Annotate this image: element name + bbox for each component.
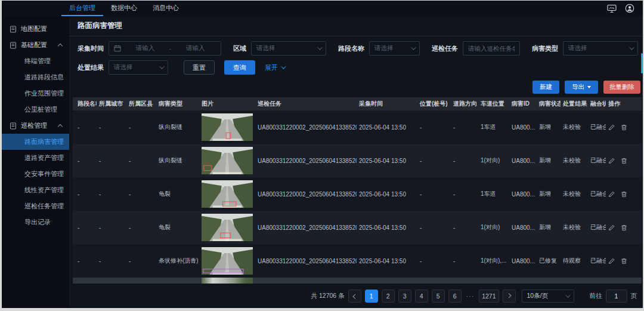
cell-county: - (126, 191, 156, 198)
cell-operations (606, 124, 637, 131)
cell-road-name: - (73, 124, 97, 131)
reset-button[interactable]: 重置 (184, 60, 215, 75)
date-range-input[interactable]: 请输入 - 请输入 (109, 41, 221, 56)
delete-icon[interactable] (621, 124, 627, 131)
create-button[interactable]: 新建 (532, 81, 559, 94)
defect-thumbnail[interactable] (199, 247, 255, 275)
sidebar-item[interactable]: 巡检任务管理 (2, 198, 69, 214)
sidebar-item[interactable]: 巡检管理 (2, 118, 69, 134)
page-button[interactable]: 3 (398, 290, 411, 303)
user-avatar-icon[interactable] (625, 4, 634, 13)
filter-label-road-name: 路段名称 (338, 44, 364, 53)
page-button[interactable]: 4 (415, 290, 428, 303)
total-count: 共 12706 条 (311, 292, 345, 300)
vertical-scrollbar-thumb[interactable] (641, 53, 643, 73)
page-button[interactable]: 6 (448, 290, 462, 303)
defect-thumbnail[interactable] (199, 113, 255, 141)
task-input[interactable] (463, 41, 520, 56)
cell-road-name: - (73, 258, 97, 264)
sidebar-item[interactable]: 终端管理 (2, 53, 69, 69)
sidebar-item[interactable]: 基础配置 (2, 37, 69, 53)
cell-road-name: - (73, 158, 97, 164)
road-name-select[interactable]: 请选择 (369, 41, 420, 56)
cell-task: UA800331220002_20250604133852059 (255, 124, 357, 131)
edit-icon[interactable] (608, 224, 615, 231)
edit-icon[interactable] (608, 158, 615, 164)
table-header: 路段名称 所属城市 所属区县 病害类型 图片 巡检任务 采集时间 位置(桩号) … (73, 97, 642, 110)
cell-result: 未校验 (561, 190, 588, 198)
cell-county: - (126, 224, 156, 231)
table-row[interactable]: - - - 龟裂 UA800331220002_2025060413385205… (73, 211, 642, 244)
cell-task: UA800331220002_20250604133852059 (255, 258, 357, 264)
edit-icon[interactable] (608, 191, 615, 198)
last-page-button[interactable]: 1271 (479, 290, 499, 303)
cell-task: UA800331220002_20250604133852059 (255, 158, 357, 164)
date-end-placeholder[interactable]: 请输入 (175, 44, 216, 53)
sidebar: 地图配置基础配置终端管理道路路段信息作业范围管理公里桩管理巡检管理路面病害管理道… (2, 16, 69, 308)
page-button[interactable]: 1 (365, 290, 378, 303)
cell-position: - (417, 124, 451, 131)
region-select[interactable]: 请选择 (251, 41, 326, 56)
col-defect-type: 病害类型 (156, 100, 199, 108)
page-ellipsis[interactable]: ··· (465, 292, 476, 300)
cell-status: 新增 (537, 156, 561, 165)
topbar-tabs: 后台管理 数据中心 消息中心 (61, 1, 187, 16)
cell-road-name: - (73, 191, 97, 198)
prev-page-button[interactable] (348, 290, 361, 303)
chevron-down-icon (281, 64, 286, 69)
page-size-select[interactable]: 10条/页 (522, 290, 574, 303)
result-select[interactable]: 请选择 (109, 60, 168, 75)
sidebar-item[interactable]: 公里桩管理 (2, 101, 69, 118)
page-list: 123456 (365, 290, 462, 303)
sidebar-item[interactable]: 路面病害管理 (2, 134, 69, 150)
cell-lane: 1车道 (478, 190, 509, 198)
edit-icon[interactable] (608, 124, 615, 131)
cell-fusion: 已融合 (588, 156, 606, 165)
delete-icon[interactable] (621, 158, 627, 164)
tab-data-center[interactable]: 数据中心 (103, 1, 145, 16)
search-button[interactable]: 查询 (224, 60, 255, 75)
sidebar-item[interactable]: 导出记录 (2, 214, 69, 230)
delete-icon[interactable] (621, 224, 627, 231)
expand-toggle[interactable]: 展开 (265, 63, 284, 72)
cell-position: - (417, 258, 451, 264)
col-position: 位置(桩号) (417, 100, 451, 108)
defect-type-select[interactable]: 请选择 (563, 41, 638, 56)
cell-fusion: 已融合 (588, 223, 606, 232)
cell-result: 未校验 (561, 223, 588, 232)
tab-message-center[interactable]: 消息中心 (145, 1, 187, 16)
sidebar-item[interactable]: 交安事件管理 (2, 166, 69, 182)
table-row[interactable]: - - - 条状修补(沥青) UA800331220002_2025060413… (73, 244, 642, 278)
sidebar-item-label: 道路路段信息 (24, 73, 64, 82)
col-lane: 车道位置 (478, 100, 509, 108)
col-result: 处置结果 (561, 100, 588, 108)
sidebar-item[interactable]: 线性资产管理 (2, 182, 69, 198)
document-icon (10, 42, 17, 49)
horizontal-scrollbar[interactable] (73, 278, 642, 284)
tab-admin[interactable]: 后台管理 (61, 1, 103, 16)
batch-delete-button[interactable]: 批量删除 (603, 81, 640, 94)
edit-icon[interactable] (608, 258, 615, 264)
delete-icon[interactable] (621, 258, 627, 264)
sidebar-item[interactable]: 作业范围管理 (2, 85, 69, 101)
table-row[interactable]: - - - 纵向裂缝 UA800331220002_20250604133852… (73, 144, 642, 177)
sidebar-item[interactable]: 道路路段信息 (2, 69, 69, 85)
screen-icon[interactable] (607, 4, 617, 13)
next-page-button[interactable] (503, 290, 516, 303)
defect-thumbnail[interactable] (199, 180, 255, 208)
sidebar-item[interactable]: 地图配置 (2, 21, 69, 37)
defect-thumbnail[interactable] (199, 147, 255, 174)
delete-icon[interactable] (621, 191, 627, 198)
date-start-placeholder[interactable]: 请输入 (125, 44, 166, 53)
export-button[interactable]: 导出 (565, 81, 598, 94)
table-row[interactable]: - - - 纵向裂缝 UA800331220002_20250604133852… (73, 110, 642, 144)
table-row[interactable]: - - - 龟裂 UA800331220002_2025060413385205… (73, 177, 642, 211)
page-button[interactable]: 2 (382, 290, 395, 303)
sidebar-item[interactable]: 道路资产管理 (2, 150, 69, 166)
defect-thumbnail[interactable] (199, 214, 255, 241)
cell-direction: - (451, 258, 478, 264)
goto-page-input[interactable] (606, 290, 627, 303)
cell-lane: 1(对向) (478, 223, 509, 232)
cell-fusion: 已融合 (588, 123, 606, 131)
page-button[interactable]: 5 (432, 290, 445, 303)
